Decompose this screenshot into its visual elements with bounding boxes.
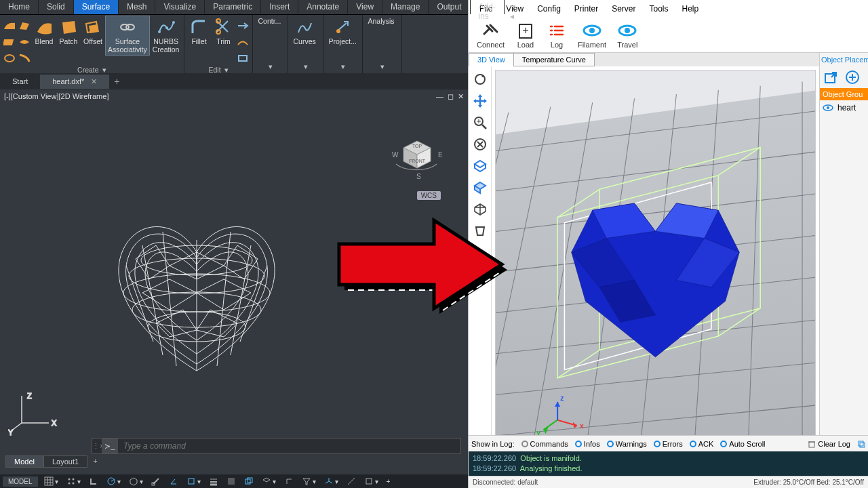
- osnap2-icon[interactable]: ▾: [184, 476, 203, 486]
- connect-button[interactable]: Connect: [471, 19, 510, 50]
- load-button[interactable]: +Load: [510, 19, 541, 50]
- tab-view[interactable]: View: [348, 0, 382, 14]
- untrim-icon[interactable]: [236, 52, 250, 65]
- filter-autoscroll[interactable]: Auto Scroll: [720, 440, 765, 448]
- fit-icon[interactable]: [471, 136, 489, 153]
- menu-help[interactable]: Help: [675, 1, 706, 16]
- dyn-ucs-icon[interactable]: [282, 476, 296, 486]
- doctab-heart[interactable]: heart.dxf*✕: [40, 75, 109, 89]
- tabs-overflow[interactable]: •• ◂: [505, 0, 521, 14]
- osnap-icon[interactable]: [149, 476, 163, 486]
- plus-icon[interactable]: +: [384, 478, 393, 485]
- front-icon[interactable]: [471, 179, 489, 197]
- tab-surface[interactable]: Surface: [74, 0, 119, 14]
- tab-addins[interactable]: Add-ins: [471, 0, 505, 14]
- ribbon-group-cv[interactable]: Contr... ▾: [253, 15, 288, 73]
- tab-manage[interactable]: Manage: [382, 0, 429, 14]
- filter-commands[interactable]: Commands: [521, 440, 568, 448]
- export-icon[interactable]: [823, 69, 839, 85]
- tab-mesh[interactable]: Mesh: [119, 0, 155, 14]
- menu-tools[interactable]: Tools: [643, 1, 675, 16]
- rotate-icon[interactable]: [471, 70, 489, 88]
- add-layout-button[interactable]: +: [87, 455, 102, 468]
- netsurf-icon[interactable]: [18, 35, 31, 49]
- menu-printer[interactable]: Printer: [568, 1, 605, 16]
- tab-home[interactable]: Home: [0, 0, 39, 14]
- tab-tempcurve[interactable]: Temperature Curve: [513, 53, 595, 66]
- ribbon-group-project[interactable]: Project... ▾: [323, 15, 363, 73]
- filament-button[interactable]: Filament: [572, 19, 612, 50]
- nurbs-creation-button[interactable]: NURBS Creation: [151, 16, 182, 55]
- tab-insert[interactable]: Insert: [261, 0, 298, 14]
- layout-tab-layout1[interactable]: Layout1: [43, 455, 87, 468]
- trim-button[interactable]: Trim: [212, 16, 235, 47]
- sel-filter-icon[interactable]: ▾: [300, 476, 318, 486]
- filter-errors[interactable]: Errors: [654, 440, 683, 448]
- command-line[interactable]: ⋮× ≻_: [92, 438, 461, 454]
- ortho-icon[interactable]: [87, 476, 100, 486]
- viewport-label[interactable]: [-][Custom View][2D Wireframe]: [4, 92, 108, 100]
- copy-log-button[interactable]: [857, 440, 865, 448]
- close-icon[interactable]: ✕: [91, 77, 97, 85]
- patch-button[interactable]: Patch: [57, 16, 80, 47]
- red-arrow-overlay: [326, 197, 515, 332]
- grid-icon[interactable]: ▾: [42, 476, 60, 486]
- snap-icon[interactable]: ▾: [64, 476, 83, 486]
- surface-associativity-button[interactable]: Surface Associativity: [106, 16, 149, 55]
- box-icon[interactable]: ▾: [362, 476, 380, 486]
- new-doc-button[interactable]: +: [109, 76, 124, 87]
- layout-tab-model[interactable]: Model: [5, 455, 43, 468]
- sweep-icon[interactable]: [18, 52, 31, 65]
- sculpt-icon[interactable]: [236, 35, 250, 49]
- travel-button[interactable]: Travel: [612, 19, 643, 50]
- 3dosnap-icon[interactable]: ▾: [260, 476, 278, 486]
- status-model-badge[interactable]: MODEL: [3, 476, 38, 487]
- viewcube[interactable]: TOP FRONT W E S: [387, 123, 441, 178]
- tab-solid[interactable]: Solid: [39, 0, 74, 14]
- blend-button[interactable]: Blend: [33, 16, 56, 47]
- nwsurf-icon[interactable]: [3, 19, 16, 33]
- fillet-button[interactable]: Fillet: [187, 16, 210, 47]
- tab-parametric[interactable]: Parametric: [205, 0, 261, 14]
- extend-icon[interactable]: [236, 19, 250, 33]
- maximize-icon[interactable]: ◻: [448, 92, 454, 101]
- command-input[interactable]: [118, 441, 460, 451]
- ribbon-group-analysis[interactable]: Analysis ▾: [363, 15, 402, 73]
- angle-icon[interactable]: [167, 476, 180, 486]
- transparency-icon[interactable]: [224, 476, 238, 486]
- object-list-item[interactable]: heart: [820, 100, 868, 115]
- filter-ack[interactable]: ACK: [690, 440, 714, 448]
- wireframe-heart-model: [95, 198, 298, 388]
- add-icon[interactable]: [844, 69, 861, 85]
- isodraft-icon[interactable]: ▾: [127, 476, 145, 486]
- polar-icon[interactable]: ▾: [104, 476, 123, 486]
- slicer-3d-viewport[interactable]: x y z: [496, 70, 815, 435]
- revolve-icon[interactable]: [3, 52, 16, 65]
- minimize-icon[interactable]: —: [436, 92, 443, 101]
- tab-visualize[interactable]: Visualize: [155, 0, 205, 14]
- pan-icon[interactable]: [471, 92, 489, 110]
- lwt-icon[interactable]: [207, 476, 220, 486]
- filter-warnings[interactable]: Warnings: [607, 440, 647, 448]
- ribbon-group-curves[interactable]: Curves ▾: [288, 15, 323, 73]
- filter-infos[interactable]: Infos: [575, 440, 600, 448]
- cmdline-handle-icon[interactable]: ⋮×: [92, 442, 102, 451]
- close-viewport-icon[interactable]: ✕: [458, 92, 464, 101]
- top-icon[interactable]: [471, 157, 489, 175]
- doctab-start[interactable]: Start: [0, 75, 40, 88]
- tab-annotate[interactable]: Annotate: [298, 0, 348, 14]
- tab-3dview[interactable]: 3D View: [469, 53, 514, 66]
- menu-server[interactable]: Server: [605, 1, 642, 16]
- menu-config[interactable]: Config: [530, 1, 568, 16]
- eye-icon[interactable]: [823, 104, 833, 112]
- clear-log-button[interactable]: Clear Log: [808, 440, 850, 448]
- zoom-icon[interactable]: [471, 114, 489, 131]
- annotation-icon[interactable]: [344, 476, 358, 486]
- offset-button[interactable]: Offset: [81, 16, 104, 47]
- planar-icon[interactable]: [3, 35, 16, 49]
- cycling-icon[interactable]: [242, 476, 256, 486]
- loft-icon[interactable]: [18, 19, 31, 33]
- tab-output[interactable]: Output: [429, 0, 470, 14]
- log-button[interactable]: Log: [541, 19, 572, 50]
- gizmo-icon[interactable]: ▾: [322, 476, 340, 486]
